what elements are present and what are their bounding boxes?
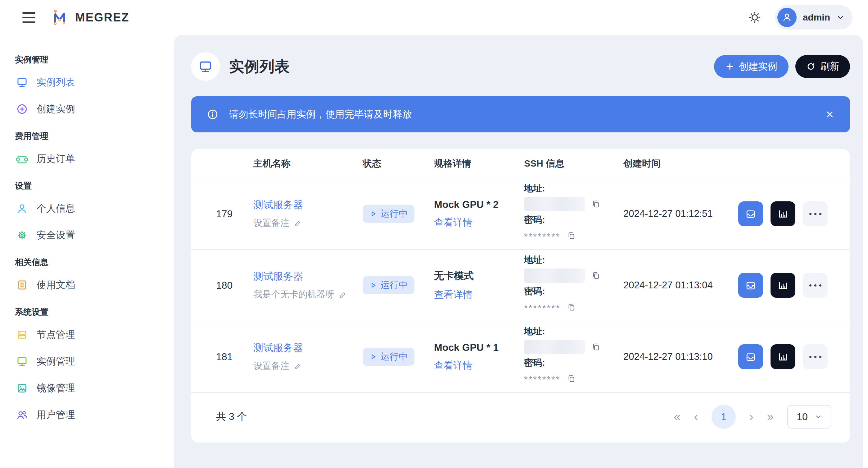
ssh-address-redacted [524, 340, 585, 354]
note-text: 我是个无卡的机器呀 [253, 288, 334, 301]
inbox-icon [745, 208, 756, 220]
metrics-button[interactable] [771, 201, 795, 226]
edit-note-icon[interactable] [294, 362, 302, 371]
refresh-icon [806, 61, 816, 71]
sidebar-item-docs[interactable]: 使用文档 [15, 272, 168, 298]
sidebar-item-profile[interactable]: 个人信息 [15, 195, 168, 222]
status-badge: 运行中 [363, 276, 414, 294]
sidebar-item-security[interactable]: 安全设置 [15, 222, 168, 248]
note-text: 设置备注 [253, 217, 289, 229]
created-time: 2024-12-27 01:13:04 [623, 280, 738, 291]
main-panel: 实例列表 创建实例 刷新 请勿长时间占用实例，使用完毕请及时释放 主机名称 状态… [174, 35, 863, 468]
more-actions-button[interactable] [803, 344, 828, 369]
ssh-address-label: 地址: [524, 325, 623, 338]
sidebar-item-instance-list[interactable]: 实例列表 [15, 69, 168, 96]
ellipsis-icon [809, 284, 822, 287]
inbox-icon [745, 351, 756, 363]
spec-name: 无卡模式 [434, 269, 524, 283]
metrics-button[interactable] [771, 273, 795, 298]
sidebar-item-user-mgmt[interactable]: 用户管理 [15, 402, 168, 428]
create-instance-button[interactable]: 创建实例 [714, 55, 788, 78]
bar-chart-icon [777, 208, 789, 220]
spec-name: Mock GPU * 1 [434, 342, 524, 353]
user-menu[interactable]: admin [775, 5, 852, 30]
last-page-button[interactable]: » [767, 411, 774, 422]
view-detail-link[interactable]: 查看详情 [434, 216, 472, 229]
refresh-button[interactable]: 刷新 [795, 55, 850, 78]
copy-password-icon[interactable] [566, 302, 576, 312]
monitor-icon [16, 355, 28, 367]
sidebar-section-instance: 实例管理 [15, 54, 168, 65]
password-mask: ******** [524, 300, 560, 315]
copy-password-icon[interactable] [566, 231, 576, 240]
open-instance-button[interactable] [738, 273, 763, 298]
next-page-button[interactable]: › [749, 411, 753, 422]
created-time: 2024-12-27 01:13:10 [623, 351, 738, 362]
sun-icon[interactable] [748, 11, 761, 24]
user-name: admin [803, 12, 830, 23]
banner-text: 请勿长时间占用实例，使用完毕请及时释放 [229, 108, 412, 121]
view-detail-link[interactable]: 查看详情 [434, 288, 472, 301]
copy-address-icon[interactable] [591, 199, 601, 209]
chevron-down-icon [815, 413, 822, 420]
sidebar-item-order-history[interactable]: 历史订单 [15, 145, 168, 172]
sidebar-section-info: 相关信息 [15, 257, 168, 268]
more-actions-button[interactable] [803, 201, 828, 226]
col-created: 创建时间 [623, 157, 738, 170]
ssh-address-label: 地址: [524, 254, 623, 266]
page-title-icon [191, 52, 220, 81]
copy-password-icon[interactable] [566, 374, 576, 383]
hostname-link[interactable]: 测试服务器 [253, 341, 363, 355]
menu-icon[interactable] [22, 12, 35, 23]
status-badge: 运行中 [363, 205, 414, 223]
col-spec: 规格详情 [434, 157, 524, 170]
metrics-button[interactable] [771, 344, 795, 369]
ssh-password-label: 密码: [524, 357, 623, 369]
ellipsis-icon [809, 356, 822, 358]
total-count: 共 3 个 [216, 410, 247, 423]
document-icon [16, 279, 28, 291]
hostname-link[interactable]: 测试服务器 [253, 198, 363, 212]
password-mask: ******** [524, 371, 560, 386]
more-actions-button[interactable] [803, 273, 828, 298]
hostname-link[interactable]: 测试服务器 [253, 270, 363, 284]
play-icon [369, 210, 377, 217]
megrez-logo-icon [50, 7, 69, 27]
view-detail-link[interactable]: 查看详情 [434, 359, 472, 372]
edit-note-icon[interactable] [294, 219, 302, 228]
close-icon[interactable] [825, 109, 835, 120]
ssh-address-label: 地址: [524, 182, 623, 195]
instance-table-card: 主机名称 状态 规格详情 SSH 信息 创建时间 179 测试服务器 设置备注 … [191, 149, 850, 442]
prev-page-button[interactable]: ‹ [694, 411, 698, 422]
table-row: 180 测试服务器 我是个无卡的机器呀 运行中 无卡模式 查看详情 地址: [191, 250, 850, 321]
edit-note-icon[interactable] [339, 291, 347, 299]
brand-name: MEGREZ [75, 11, 129, 24]
open-instance-button[interactable] [738, 201, 763, 226]
ellipsis-icon [809, 213, 822, 215]
ssh-address-redacted [524, 268, 585, 283]
chevron-down-icon [836, 13, 844, 22]
pagination: « ‹ 1 › » 10 [674, 405, 831, 429]
table-header: 主机名称 状态 规格详情 SSH 信息 创建时间 [191, 149, 850, 178]
sidebar-item-instance-mgmt[interactable]: 实例管理 [15, 348, 168, 375]
sidebar-item-create-instance[interactable]: 创建实例 [15, 96, 168, 122]
instance-id: 180 [216, 280, 253, 291]
info-banner: 请勿长时间占用实例，使用完毕请及时释放 [191, 96, 850, 133]
sidebar-item-node-mgmt[interactable]: 节点管理 [15, 321, 168, 348]
current-page-button[interactable]: 1 [712, 405, 736, 429]
col-ssh: SSH 信息 [524, 157, 623, 170]
server-icon [16, 329, 28, 341]
play-icon [369, 353, 377, 360]
bar-chart-icon [777, 351, 789, 363]
open-instance-button[interactable] [738, 344, 763, 369]
sidebar-item-image-mgmt[interactable]: 镜像管理 [15, 375, 168, 402]
created-time: 2024-12-27 01:12:51 [623, 208, 738, 220]
copy-address-icon[interactable] [591, 342, 601, 352]
copy-address-icon[interactable] [591, 271, 601, 280]
sidebar: 实例管理 实例列表 创建实例 费用管理 历史订单 设置 个人信息 安全设置 相关… [0, 35, 174, 468]
page-size-select[interactable]: 10 [787, 405, 831, 429]
first-page-button[interactable]: « [674, 411, 680, 422]
instance-id: 181 [216, 351, 253, 363]
password-mask: ******** [524, 228, 560, 243]
ticket-icon [16, 153, 28, 165]
